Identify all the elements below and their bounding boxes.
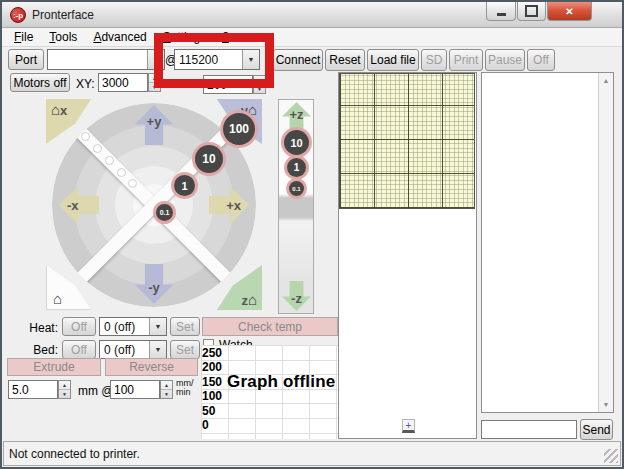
xy-feedrate-label: XY: bbox=[76, 77, 95, 91]
graph-tick: 100 bbox=[202, 389, 222, 403]
close-icon: ✕ bbox=[565, 6, 573, 17]
temp-graph: 250 200 150 100 50 0 Graph offline bbox=[201, 345, 338, 439]
port-button[interactable]: Port bbox=[8, 49, 44, 70]
bed-label: Bed: bbox=[28, 343, 58, 357]
chevron-down-icon[interactable]: ▼ bbox=[149, 341, 166, 358]
chevron-down-icon[interactable]: ▼ bbox=[149, 318, 166, 335]
spin-up-icon[interactable]: ▲ bbox=[161, 381, 172, 390]
app-icon: :-p bbox=[10, 7, 26, 23]
command-input[interactable] bbox=[481, 420, 577, 439]
jog-increment-01[interactable]: 0.1 bbox=[156, 204, 173, 221]
jog-minus-z-button[interactable]: -z bbox=[282, 281, 311, 311]
extrude-length-input[interactable] bbox=[8, 380, 58, 399]
graph-tick: 0 bbox=[202, 418, 209, 432]
graph-tick: 200 bbox=[202, 360, 222, 374]
menu-item-advanced[interactable]: Advanced bbox=[85, 30, 154, 44]
heat-off-button[interactable]: Off bbox=[62, 317, 96, 336]
jog-plus-z-button[interactable]: +z bbox=[282, 102, 311, 132]
port-select[interactable]: ▼ bbox=[47, 49, 165, 70]
home-icon: ⌂ bbox=[53, 290, 62, 307]
heat-temp-value: 0 (off) bbox=[100, 320, 149, 334]
jog-detent-dot bbox=[93, 144, 102, 153]
pause-button[interactable]: Pause bbox=[485, 49, 525, 71]
resize-grip[interactable] bbox=[604, 449, 618, 463]
menu-item-tools[interactable]: Tools bbox=[41, 30, 85, 44]
spin-down-icon[interactable]: ▼ bbox=[161, 390, 172, 398]
jog-increment-100[interactable]: 100 bbox=[223, 113, 255, 145]
maximize-icon bbox=[525, 5, 538, 17]
jog-detent-dot bbox=[81, 132, 90, 141]
maximize-button[interactable] bbox=[517, 2, 546, 21]
extrude-button[interactable]: Extrude bbox=[7, 358, 101, 376]
mm-at-label: mm @ bbox=[78, 384, 114, 398]
off-button[interactable]: Off bbox=[527, 49, 555, 71]
print-button[interactable]: Print bbox=[449, 49, 483, 71]
scroll-down-icon[interactable]: ▼ bbox=[599, 397, 613, 412]
status-text: Not connected to printer. bbox=[9, 447, 140, 461]
home-icon: ⌂ bbox=[248, 101, 257, 118]
jog-increment-1[interactable]: 1 bbox=[174, 175, 195, 196]
motors-off-button[interactable]: Motors off bbox=[10, 73, 70, 92]
load-file-button[interactable]: Load file bbox=[367, 49, 419, 71]
window-title: Pronterface bbox=[32, 8, 94, 22]
bed-set-button[interactable]: Set bbox=[170, 340, 200, 359]
pronterface-window: :-p Pronterface ✕ File Tools Advanced Se… bbox=[0, 0, 624, 469]
bed-off-button[interactable]: Off bbox=[62, 340, 96, 359]
bed-temp-select[interactable]: 0 (off) ▼ bbox=[99, 340, 167, 359]
z-increment-10[interactable]: 10 bbox=[284, 130, 309, 155]
minimize-icon bbox=[497, 13, 506, 16]
viewer-handle[interactable]: + bbox=[402, 419, 415, 433]
close-button[interactable]: ✕ bbox=[547, 2, 592, 21]
spin-down-icon[interactable]: ▼ bbox=[59, 390, 70, 398]
z-jog-strip[interactable]: +z 10 1 0.1 -z bbox=[278, 99, 314, 314]
jog-detent-dot bbox=[105, 156, 114, 165]
heat-set-button[interactable]: Set bbox=[170, 317, 200, 336]
z-increment-1[interactable]: 1 bbox=[287, 158, 306, 177]
status-bar: Not connected to printer. bbox=[3, 441, 621, 466]
connect-button[interactable]: Connect bbox=[273, 49, 323, 71]
jog-increment-10[interactable]: 10 bbox=[195, 145, 223, 173]
graph-tick: 150 bbox=[202, 375, 222, 389]
spin-up-icon[interactable]: ▲ bbox=[59, 381, 70, 390]
home-icon: ⌂ bbox=[248, 291, 257, 308]
titlebar[interactable]: :-p Pronterface ✕ bbox=[2, 2, 622, 28]
graph-tick: 250 bbox=[202, 346, 222, 360]
scroll-up-icon[interactable]: ▲ bbox=[599, 73, 613, 88]
jog-detent-dot bbox=[117, 168, 126, 177]
reset-button[interactable]: Reset bbox=[325, 49, 365, 71]
log-output[interactable]: ▲ ▼ bbox=[481, 72, 614, 413]
reverse-button[interactable]: Reverse bbox=[105, 358, 198, 376]
annotation-highlight bbox=[154, 33, 274, 88]
extrude-speed-input[interactable] bbox=[110, 380, 160, 399]
check-temp-button[interactable]: Check temp bbox=[202, 317, 338, 336]
menu-item-file[interactable]: File bbox=[6, 30, 41, 44]
minimize-button[interactable] bbox=[486, 2, 516, 21]
build-plate-grid bbox=[339, 73, 475, 209]
graph-tick: 50 bbox=[202, 404, 215, 418]
z-increment-01[interactable]: 0.1 bbox=[289, 181, 304, 196]
sd-button[interactable]: SD bbox=[421, 49, 447, 71]
heat-label: Heat: bbox=[28, 321, 58, 335]
heat-temp-select[interactable]: 0 (off) ▼ bbox=[99, 317, 167, 336]
send-button[interactable]: Send bbox=[580, 419, 613, 440]
gcode-viewer[interactable]: + bbox=[338, 72, 477, 439]
graph-offline-message: Graph offline bbox=[227, 372, 335, 392]
jog-detent-dot bbox=[128, 179, 137, 188]
extrude-length-stepper[interactable]: ▲ ▼ bbox=[58, 380, 71, 399]
feed-unit-label: mm/min bbox=[176, 379, 194, 397]
bed-temp-value: 0 (off) bbox=[100, 343, 149, 357]
log-scrollbar[interactable]: ▲ ▼ bbox=[598, 73, 613, 412]
home-icon: ⌂ bbox=[51, 101, 60, 118]
menubar: File Tools Advanced Settings ? bbox=[2, 28, 622, 47]
xy-feedrate-input[interactable] bbox=[98, 73, 148, 92]
extrude-speed-stepper[interactable]: ▲ ▼ bbox=[160, 380, 173, 399]
